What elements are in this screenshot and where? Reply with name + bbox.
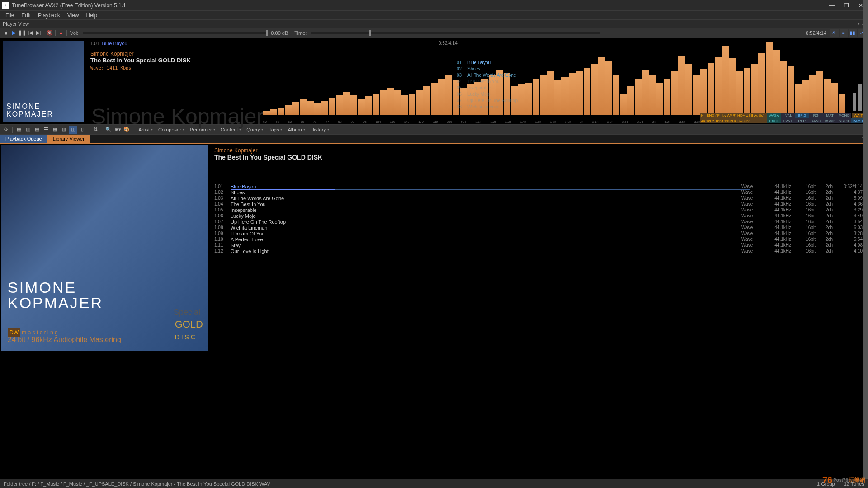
spectrum-bar xyxy=(758,53,765,115)
pause-button[interactable]: ❚❚ xyxy=(18,29,26,37)
track-row[interactable]: 1.06Lucky MojoWave44.1kHz16bit2ch3:49 xyxy=(214,213,863,219)
spectrum-bar xyxy=(584,68,590,115)
track-row[interactable]: 1.05InseparableWave44.1kHz16bit2ch3:29 xyxy=(214,207,863,213)
spectrum-bar xyxy=(678,56,685,115)
spectrum-bar xyxy=(766,42,773,115)
mute-button[interactable]: 🔇 xyxy=(46,29,54,37)
spectrum-bar xyxy=(802,80,809,115)
stop-button[interactable]: ■ xyxy=(2,29,10,37)
spectrum-bar xyxy=(816,71,823,115)
tab-playback-queue[interactable]: Playback Queue xyxy=(0,135,47,143)
filter-composer[interactable]: Composer xyxy=(156,126,187,133)
spectrum-bar xyxy=(401,95,408,115)
spectrum-bar xyxy=(831,83,838,115)
now-track-title[interactable]: Blue Bayou xyxy=(102,41,127,46)
track-row[interactable]: 1.01Blue BayouWave44.1kHz16bit2ch0:52/4:… xyxy=(214,183,863,189)
filter-album[interactable]: Album xyxy=(285,126,307,133)
menu-edit[interactable]: Edit xyxy=(18,11,34,19)
window-controls: — ❐ ✕ xyxy=(825,0,868,11)
record-button[interactable]: ● xyxy=(57,29,65,37)
view-album-icon[interactable]: ◫ xyxy=(69,126,77,134)
view-small-icon[interactable]: ▤ xyxy=(33,126,41,134)
view-list-icon[interactable]: ☰ xyxy=(42,126,50,134)
prev-button[interactable]: |◀ xyxy=(26,29,34,37)
spectrum-bar xyxy=(605,61,612,115)
spectrum-bar xyxy=(751,64,758,115)
queue-item[interactable]: 07Up Here On The Rooftop xyxy=(457,98,518,104)
track-row[interactable]: 1.07Up Here On The RooftopWave44.1kHz16b… xyxy=(214,219,863,225)
spectrum-bar xyxy=(685,64,692,115)
tab-library-viewer[interactable]: Library Viewer xyxy=(47,135,90,143)
view-mode-ae-icon[interactable]: Æ xyxy=(830,29,839,37)
maximize-button[interactable]: ❐ xyxy=(839,0,854,11)
spectrum-bar xyxy=(649,75,656,115)
menu-playback[interactable]: Playback xyxy=(34,11,64,19)
now-track-num: 1.01 xyxy=(90,41,99,46)
queue-item[interactable]: 03All The Words Are Gone xyxy=(457,72,518,79)
filter-artist[interactable]: Artist xyxy=(136,126,156,133)
library-scrollbar[interactable] xyxy=(863,0,868,488)
spectrum-bar xyxy=(780,61,787,115)
queue-item[interactable]: 04The Best In You xyxy=(457,79,518,85)
filter-tags[interactable]: Tags xyxy=(266,126,285,133)
search-icon[interactable]: 🔍 xyxy=(104,126,113,134)
app-icon: ♪ xyxy=(2,2,9,9)
track-row[interactable]: 1.12Our Love Is LightWave44.1kHz16bit2ch… xyxy=(214,248,863,254)
library-toolbar: ⟳ ▦ ▥ ▤ ☰ ▦ ▥ ◫ ▯ ⇅ 🔍 ⊕▾ 🎨 ArtistCompose… xyxy=(0,125,868,135)
view-tiles-icon[interactable]: ▥ xyxy=(24,126,32,134)
view-mode-bars-icon[interactable]: ▮▮ xyxy=(849,29,857,37)
time-display: 0:52/4:14 xyxy=(806,30,826,36)
spectrum-bar xyxy=(671,71,678,115)
queue-item[interactable]: 01Blue Bayou xyxy=(457,60,518,66)
palette-icon[interactable]: 🎨 xyxy=(123,126,131,134)
menu-file[interactable]: File xyxy=(2,11,18,19)
panel-album: The Best In You Special GOLD DISK xyxy=(214,154,863,161)
spectrum-bar xyxy=(321,101,328,115)
queue-item[interactable]: 08Wichita Lineman xyxy=(457,104,518,110)
chip-device: HI_END (iFi (by AMR) HD+ USB Audio) xyxy=(700,113,767,118)
track-row[interactable]: 1.11StayWave44.1kHz16bit2ch4:08 xyxy=(214,242,863,248)
now-wave-info: Wave: 1411 Kbps xyxy=(90,66,255,70)
queue-item[interactable]: 02Shoes xyxy=(457,66,518,72)
view-grid-icon[interactable]: ▦ xyxy=(15,126,23,134)
queue-item[interactable]: 06Lucky Mojo xyxy=(457,91,518,98)
tree-refresh-icon[interactable]: ⟳ xyxy=(2,126,10,134)
track-row[interactable]: 1.10A Perfect LoveWave44.1kHz16bit2ch5:5… xyxy=(214,236,863,242)
zoom-icon[interactable]: ⊕▾ xyxy=(113,126,122,134)
menu-help[interactable]: Help xyxy=(83,11,101,19)
seek-slider[interactable] xyxy=(311,32,600,34)
filter-content[interactable]: Content xyxy=(218,126,244,133)
view-mode-list-icon[interactable]: ≡ xyxy=(840,29,848,37)
queue-item[interactable]: 05Inseparable xyxy=(457,85,518,91)
chip-format: 44.1kHz 16bit 192kHz 32/32bit xyxy=(700,118,767,123)
filter-history[interactable]: History xyxy=(308,126,332,133)
spectrum-bar xyxy=(416,90,423,115)
sort-icon[interactable]: ⇅ xyxy=(91,126,99,134)
spectrum-bar xyxy=(795,84,802,115)
view-columns-icon[interactable]: ▯ xyxy=(78,126,86,134)
player-view: SIMONEKOPMAJER 1.01 Blue Bayou Simone Ko… xyxy=(0,38,868,125)
view-detail-icon[interactable]: ▦ xyxy=(51,126,59,134)
spectrum-bar xyxy=(307,101,314,115)
statusbar: Folder tree / F: / F_Music / F_Music / _… xyxy=(0,479,868,488)
play-button[interactable]: ▶ xyxy=(10,29,18,37)
spectrum-bar xyxy=(533,79,539,116)
spectrum-bar xyxy=(409,94,415,115)
menu-view[interactable]: View xyxy=(64,11,83,19)
track-row[interactable]: 1.09I Dream Of YouWave44.1kHz16bit2ch3:2… xyxy=(214,230,863,236)
volume-slider[interactable] xyxy=(83,32,268,34)
track-row[interactable]: 1.08Wichita LinemanWave44.1kHz16bit2ch6:… xyxy=(214,225,863,230)
track-row[interactable]: 1.02ShoesWave44.1kHz16bit2ch4:37 xyxy=(214,189,863,195)
minimize-button[interactable]: — xyxy=(825,0,839,11)
spectrum-bar xyxy=(358,99,364,115)
next-button[interactable]: ▶| xyxy=(34,29,42,37)
spectrum-bar xyxy=(693,75,699,115)
panel-dropdown-icon[interactable]: ▾ xyxy=(858,22,860,26)
view-compact-icon[interactable]: ▥ xyxy=(60,126,68,134)
filter-query[interactable]: Query xyxy=(244,126,266,133)
track-row[interactable]: 1.04The Best In YouWave44.1kHz16bit2ch4:… xyxy=(214,201,863,207)
tabs-overflow[interactable] xyxy=(90,135,868,143)
spectrum-bar xyxy=(329,98,335,115)
track-row[interactable]: 1.03All The Words Are GoneWave44.1kHz16b… xyxy=(214,195,863,201)
filter-performer[interactable]: Performer xyxy=(187,126,218,133)
